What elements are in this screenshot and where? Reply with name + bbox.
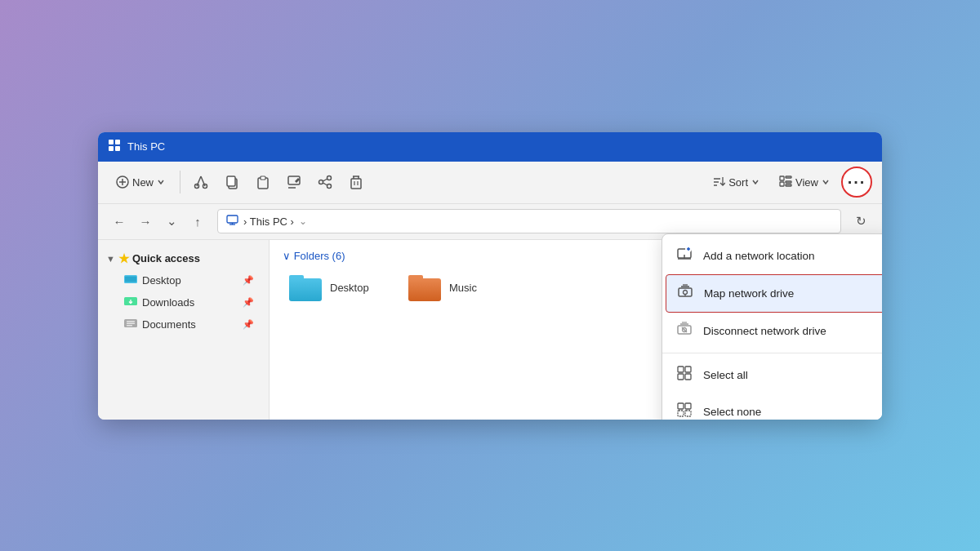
rename-icon — [287, 175, 301, 189]
delete-button[interactable] — [342, 171, 370, 193]
quick-access-section: ▼ ★ Quick access Desktop 📌 — [98, 247, 269, 337]
address-pc-icon — [226, 214, 238, 229]
select-all-icon — [675, 365, 693, 385]
quick-access-header[interactable]: ▼ ★ Quick access — [98, 248, 269, 269]
svg-rect-32 — [786, 176, 791, 178]
share-icon — [318, 175, 332, 189]
add-network-label: Add a network location — [703, 250, 815, 262]
svg-rect-22 — [351, 179, 361, 189]
desktop-folder-graphic — [289, 275, 322, 301]
select-none-icon — [675, 402, 693, 420]
sidebar-item-downloads[interactable]: Downloads 📌 — [101, 291, 265, 313]
sidebar-item-desktop[interactable]: Desktop 📌 — [101, 269, 265, 291]
svg-rect-44 — [127, 322, 135, 324]
address-dropdown-icon: ⌄ — [299, 216, 307, 227]
svg-rect-68 — [678, 411, 684, 416]
svg-rect-63 — [685, 367, 691, 372]
menu-divider — [662, 353, 882, 353]
downloads-pin-icon: 📌 — [243, 297, 254, 308]
quick-access-star-icon: ★ — [118, 251, 129, 266]
svg-rect-43 — [127, 321, 135, 322]
svg-rect-31 — [780, 176, 784, 180]
menu-item-select-none[interactable]: Select none — [662, 393, 882, 420]
address-path: › This PC › — [243, 216, 294, 228]
svg-rect-35 — [786, 184, 791, 186]
copy-button[interactable] — [218, 171, 246, 193]
music-folder-item[interactable]: Music — [402, 270, 508, 306]
sidebar-downloads-label: Downloads — [142, 296, 194, 309]
svg-rect-3 — [115, 146, 120, 151]
toolbar-right: Sort View ··· — [704, 167, 872, 198]
sidebar-item-documents[interactable]: Documents 📌 — [101, 313, 265, 335]
svg-rect-14 — [261, 176, 265, 180]
new-button[interactable]: New — [108, 171, 173, 193]
svg-rect-62 — [678, 367, 684, 372]
svg-rect-67 — [685, 403, 691, 409]
sort-chevron-icon — [751, 178, 760, 186]
map-drive-icon — [676, 283, 694, 304]
file-explorer-window: This PC New — [98, 132, 882, 420]
copy-icon — [225, 175, 239, 189]
sidebar-documents-label: Documents — [142, 318, 196, 331]
svg-rect-40 — [125, 276, 136, 282]
cut-icon — [194, 175, 208, 189]
menu-item-map-drive[interactable]: Map network drive — [666, 274, 882, 313]
svg-rect-0 — [109, 140, 114, 144]
music-folder-graphic — [408, 275, 441, 301]
disconnect-drive-label: Disconnect network drive — [703, 325, 826, 337]
svg-line-20 — [323, 179, 327, 181]
menu-item-select-all[interactable]: Select all — [662, 357, 882, 393]
svg-line-21 — [323, 183, 327, 185]
new-chevron-icon — [157, 178, 165, 186]
sidebar-desktop-label: Desktop — [142, 274, 181, 287]
svg-rect-45 — [127, 325, 132, 327]
delete-icon — [349, 175, 363, 189]
svg-rect-36 — [227, 216, 238, 223]
title-bar: This PC — [98, 132, 882, 162]
refresh-button[interactable]: ↻ — [849, 210, 872, 233]
desktop-folder-item[interactable]: Desktop — [283, 270, 389, 306]
desktop-folder-icon — [124, 273, 137, 287]
paste-button[interactable] — [249, 171, 277, 193]
desktop-pin-icon: 📌 — [243, 275, 254, 286]
svg-rect-69 — [685, 411, 691, 416]
window-icon — [108, 139, 121, 155]
recent-button[interactable]: ⌄ — [160, 210, 183, 233]
window-title: This PC — [127, 140, 165, 153]
forward-button[interactable]: → — [134, 210, 157, 233]
toolbar: New — [98, 162, 882, 204]
svg-rect-66 — [678, 403, 684, 409]
menu-item-add-network[interactable]: Add a network location — [662, 238, 882, 274]
cut-button[interactable] — [187, 171, 215, 193]
toolbar-divider-1 — [180, 171, 180, 193]
view-chevron-icon — [822, 178, 830, 186]
menu-item-disconnect-drive[interactable]: Disconnect network drive — [662, 313, 882, 349]
disconnect-drive-icon — [675, 321, 693, 341]
svg-rect-34 — [786, 181, 791, 183]
rename-button[interactable] — [280, 171, 308, 193]
new-icon — [116, 176, 129, 189]
select-none-label: Select none — [703, 406, 761, 418]
view-icon — [779, 176, 792, 189]
svg-rect-64 — [678, 374, 684, 380]
svg-point-18 — [319, 180, 323, 184]
select-all-label: Select all — [703, 369, 748, 381]
address-bar[interactable]: › This PC › ⌄ — [217, 209, 841, 233]
paste-icon — [256, 175, 270, 189]
svg-point-19 — [327, 184, 332, 189]
documents-folder-icon — [124, 318, 137, 331]
more-options-button[interactable]: ··· — [841, 167, 872, 198]
svg-point-55 — [684, 290, 688, 294]
back-button[interactable]: ← — [108, 210, 131, 233]
map-drive-label: Map network drive — [704, 287, 794, 300]
dropdown-menu: Add a network location Map network drive — [662, 233, 882, 420]
documents-pin-icon: 📌 — [243, 319, 254, 330]
share-button[interactable] — [311, 171, 339, 193]
add-network-icon — [675, 246, 693, 266]
svg-rect-65 — [685, 374, 691, 380]
up-button[interactable]: ↑ — [186, 210, 209, 233]
sort-button[interactable]: Sort — [704, 171, 768, 193]
view-button[interactable]: View — [771, 171, 838, 193]
content-area: ▼ ★ Quick access Desktop 📌 — [98, 240, 882, 420]
desktop-folder-label: Desktop — [330, 282, 369, 294]
